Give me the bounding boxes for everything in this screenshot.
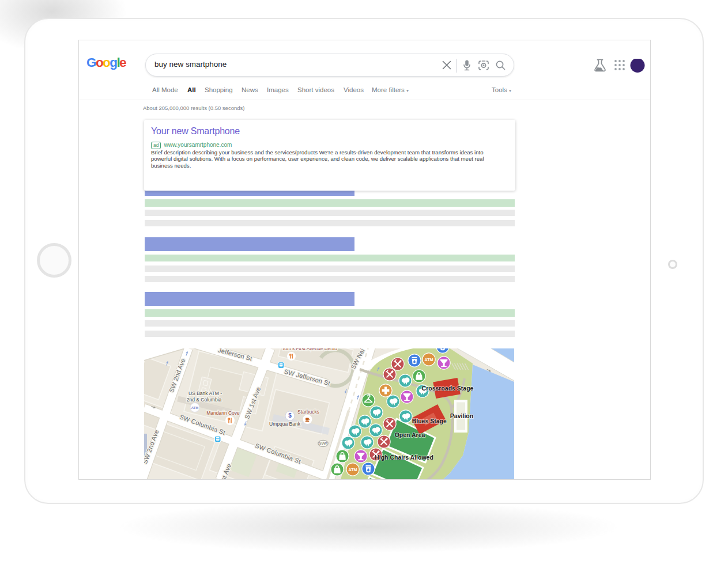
svg-text:Tom's First Avenue Bento: Tom's First Avenue Bento [282,348,337,351]
svg-text:99W: 99W [319,441,327,445]
svg-text:$: $ [288,412,292,419]
svg-text:Crossroads Stage: Crossroads Stage [422,385,474,392]
svg-text:ATM: ATM [191,406,199,409]
svg-text:Umpqua Bank: Umpqua Bank [269,421,301,427]
svg-text:2nd & Columbia: 2nd & Columbia [187,397,222,403]
svg-text:US Bank ATM -: US Bank ATM - [188,390,222,396]
svg-text:Blues Stage: Blues Stage [412,418,447,424]
svg-text:Starbucks: Starbucks [297,409,319,415]
svg-text:High Chairs Allowed: High Chairs Allowed [375,454,433,461]
svg-text:Open Area: Open Area [395,431,425,438]
svg-text:Pavilion: Pavilion [450,412,473,419]
svg-text:Mandarin Cove: Mandarin Cove [206,410,240,416]
